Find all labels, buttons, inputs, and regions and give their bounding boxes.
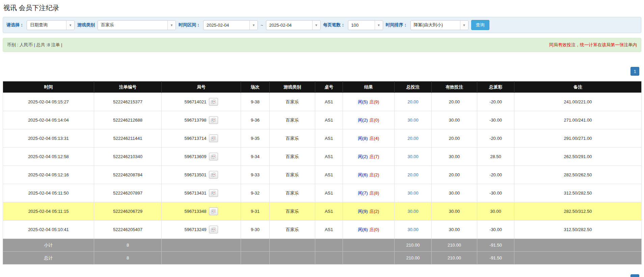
- cards-icon: [211, 154, 216, 159]
- summary-bar: 币别 : 人民币 | 总共 :8 注单 | 同局有效投注，统一计算在该局第一张注…: [3, 38, 641, 52]
- round-detail-button[interactable]: [209, 153, 218, 160]
- cell-valid-bet: 20.00: [432, 129, 477, 148]
- result-banker: 庄(8): [370, 191, 379, 196]
- date-to-select[interactable]: 2025-02-04 ▾: [266, 20, 321, 30]
- round-number: 596713714: [184, 136, 206, 141]
- pagination-top: 1: [3, 67, 639, 76]
- cell-session: 9-35: [241, 129, 270, 148]
- total-bet-link[interactable]: 20.00: [407, 136, 419, 141]
- chevron-down-icon[interactable]: ▾: [375, 21, 383, 30]
- header-game-type: 游戏类别: [270, 81, 315, 93]
- total-payout: -91.50: [477, 252, 514, 265]
- cell-valid-bet: 20.00: [432, 93, 477, 111]
- cell-bet-id: 522246215377: [94, 93, 162, 111]
- summary-currency-count: 币别 : 人民币 | 总共 :8 注单 |: [7, 42, 62, 48]
- result-banker: 庄(9): [370, 99, 379, 104]
- pagination-page-1[interactable]: 1: [630, 67, 639, 76]
- cell-result: 闲(9)庄(2): [343, 202, 395, 221]
- cards-icon: [211, 227, 216, 232]
- result-player: 闲(6): [358, 172, 368, 177]
- cell-time: 2025-02-04 05:11:15: [3, 202, 94, 221]
- round-detail-button[interactable]: [209, 189, 218, 197]
- total-bet-link[interactable]: 30.00: [407, 118, 419, 123]
- page-size-select[interactable]: 100 ▾: [348, 20, 383, 30]
- round-detail-button[interactable]: [209, 98, 218, 106]
- round-number: 596713348: [184, 209, 206, 214]
- cards-icon: [211, 136, 216, 141]
- cards-icon: [211, 191, 216, 195]
- result-player: 闲(2): [358, 154, 368, 159]
- round-detail-button[interactable]: [209, 134, 218, 142]
- result-player: 闲(9): [358, 209, 368, 214]
- cell-remark: 312.50/282.50: [514, 184, 642, 202]
- header-session: 场次: [241, 81, 270, 93]
- cell-remark: 291.00/271.00: [514, 129, 642, 148]
- cell-valid-bet: 30.00: [432, 111, 477, 129]
- page-title: 视讯 会员下注纪录: [0, 0, 644, 12]
- cell-remark: 282.50/312.50: [514, 202, 642, 221]
- cell-bet-id: 522246208784: [94, 166, 162, 184]
- cell-valid-bet: 30.00: [432, 221, 477, 239]
- total-bet-link[interactable]: 30.00: [407, 209, 419, 214]
- total-bet-link[interactable]: 30.00: [407, 191, 419, 196]
- date-range-separator: ~: [261, 23, 263, 28]
- cell-payout: 28.50: [477, 148, 514, 166]
- pagination-page-1-bottom[interactable]: 1: [630, 274, 639, 277]
- header-total-bet: 总投注: [395, 81, 432, 93]
- chevron-down-icon[interactable]: ▾: [167, 21, 176, 30]
- table-row: 2025-02-04 05:11:15 522246206729 5967133…: [3, 202, 642, 221]
- header-table-no: 桌号: [315, 81, 343, 93]
- header-result: 结果: [343, 81, 395, 93]
- result-player: 闲(2): [358, 118, 368, 123]
- chevron-down-icon[interactable]: ▾: [66, 21, 74, 30]
- cell-result: 闲(5)庄(9): [343, 93, 395, 111]
- game-type-select[interactable]: 百家乐 ▾: [98, 20, 176, 30]
- total-bet-link[interactable]: 30.00: [407, 227, 419, 232]
- round-detail-button[interactable]: [209, 171, 218, 179]
- pagination-bottom: 1: [630, 274, 639, 277]
- table-row: 2025-02-04 05:12:58 522246210340 5967136…: [3, 148, 642, 166]
- cell-remark: 271.00/241.00: [514, 111, 642, 129]
- total-count: 8: [94, 252, 162, 265]
- cell-round: 596713798: [162, 111, 241, 129]
- header-bet-id: 注单编号: [94, 81, 162, 93]
- cell-table-no: AS1: [315, 166, 343, 184]
- sort-label: 时间排序：: [386, 22, 408, 28]
- total-row: 总计 8 210.00 210.00 -91.50: [3, 252, 642, 265]
- chevron-down-icon[interactable]: ▾: [312, 21, 320, 30]
- select-label: 请选择：: [6, 22, 24, 28]
- search-button[interactable]: 查询: [471, 20, 489, 30]
- cell-payout: -20.00: [477, 166, 514, 184]
- cell-round: 596713501: [162, 166, 241, 184]
- total-bet-link[interactable]: 20.00: [407, 172, 419, 177]
- subtotal-count: 8: [94, 239, 162, 252]
- round-detail-button[interactable]: [209, 207, 218, 215]
- cards-icon: [211, 173, 216, 177]
- result-player: 闲(7): [358, 191, 368, 196]
- round-detail-button[interactable]: [209, 116, 218, 124]
- date-from-select[interactable]: 2025-02-04 ▾: [203, 20, 258, 30]
- round-number: 596713431: [184, 191, 206, 196]
- subtotal-label: 小计: [3, 239, 94, 252]
- game-type-label: 游戏类别: [77, 22, 95, 28]
- total-bet-link[interactable]: 30.00: [407, 154, 419, 159]
- round-detail-button[interactable]: [209, 226, 218, 233]
- query-type-select[interactable]: 日期查询 ▾: [27, 20, 75, 30]
- chevron-down-icon[interactable]: ▾: [460, 21, 468, 30]
- cell-result: 闲(6)庄(2): [343, 166, 395, 184]
- sort-select[interactable]: 降冪(由大到小) ▾: [410, 20, 468, 30]
- cell-total-bet: 20.00: [395, 129, 432, 148]
- cell-valid-bet: 30.00: [432, 148, 477, 166]
- header-time: 时间: [3, 81, 94, 93]
- round-number: 596713798: [184, 118, 206, 123]
- sort-value: 降冪(由大到小): [411, 21, 460, 30]
- cell-game-type: 百家乐: [270, 111, 315, 129]
- cell-round: 596713249: [162, 221, 241, 239]
- cell-time: 2025-02-04 05:14:04: [3, 111, 94, 129]
- cell-game-type: 百家乐: [270, 221, 315, 239]
- chevron-down-icon[interactable]: ▾: [249, 21, 258, 30]
- total-bet-link[interactable]: 20.00: [407, 99, 419, 104]
- cell-total-bet: 30.00: [395, 111, 432, 129]
- cell-bet-id: 522246212688: [94, 111, 162, 129]
- cell-time: 2025-02-04 05:13:31: [3, 129, 94, 148]
